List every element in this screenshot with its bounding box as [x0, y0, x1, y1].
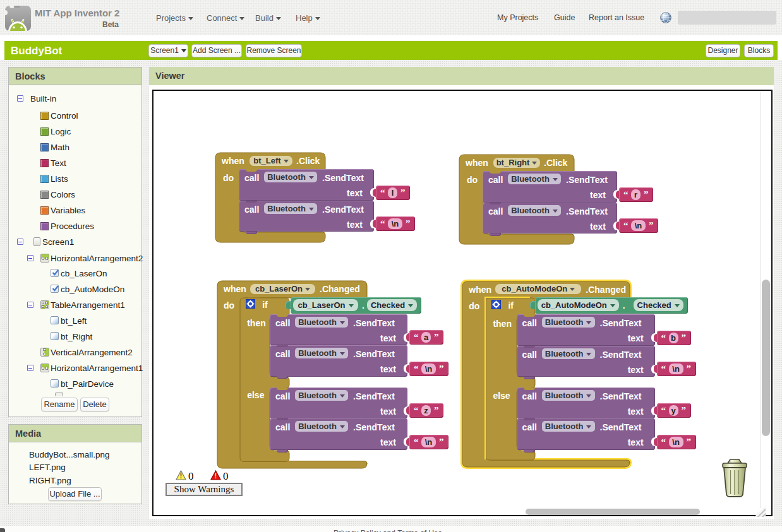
- svg-text:!: !: [215, 473, 217, 480]
- svg-text:!: !: [180, 473, 182, 480]
